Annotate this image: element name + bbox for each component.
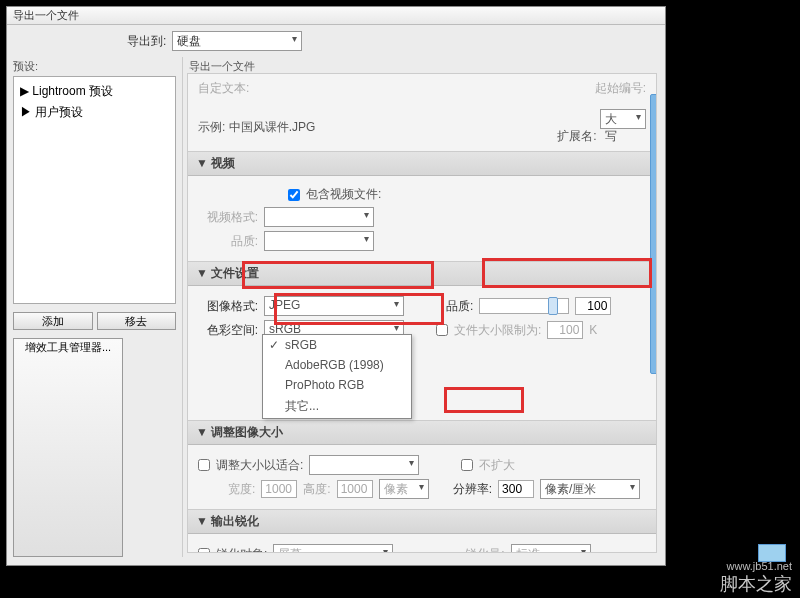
video-format-label: 视频格式: <box>198 209 258 226</box>
example-text: 示例: 中国风课件.JPG <box>198 119 315 136</box>
no-enlarge-checkbox[interactable] <box>461 459 473 471</box>
watermark-text: 脚本之家 <box>720 574 792 594</box>
width-input <box>261 480 297 498</box>
dropdown-option[interactable]: sRGB <box>263 335 411 355</box>
dropdown-option[interactable]: ProPhoto RGB <box>263 375 411 395</box>
quality-label: 品质: <box>446 298 473 315</box>
section-video-body: 包含视频文件: 视频格式: 品质: <box>188 176 656 261</box>
limit-size-checkbox[interactable] <box>436 324 448 336</box>
resolution-label: 分辨率: <box>453 481 492 498</box>
section-file-settings-head[interactable]: ▼ 文件设置 <box>188 261 656 286</box>
preset-item[interactable]: ▶ Lightroom 预设 <box>16 81 173 102</box>
video-format-select <box>264 207 374 227</box>
resize-label: 调整大小以适合: <box>216 457 303 474</box>
ext-case: 扩展名: 大写 <box>557 109 646 145</box>
video-quality-select <box>264 231 374 251</box>
limit-size-label: 文件大小限制为: <box>454 322 541 339</box>
resolution-unit-select[interactable]: 像素/厘米 <box>540 479 640 499</box>
section-image-sizing-body: 调整大小以适合: 不扩大 宽度: 高度: 像素 分辨率: <box>188 445 656 509</box>
quality-slider[interactable] <box>479 298 569 314</box>
sharpen-checkbox[interactable] <box>198 548 210 553</box>
color-space-dropdown[interactable]: sRGB AdobeRGB (1998) ProPhoto RGB 其它... <box>262 334 412 419</box>
export-dialog: 导出一个文件 导出到: 硬盘 预设: ▶ Lightroom 预设 ▶ 用户预设… <box>6 6 666 566</box>
no-enlarge-label: 不扩大 <box>479 457 515 474</box>
plugin-manager-button[interactable]: 增效工具管理器... <box>13 338 123 558</box>
sharpen-for-select: 屏幕 <box>273 544 393 553</box>
image-format-label: 图像格式: <box>198 298 258 315</box>
naming-row: 自定文本: 起始编号: <box>188 74 656 103</box>
sharpen-amount-select: 标准 <box>511 544 591 553</box>
height-label: 高度: <box>303 481 330 498</box>
start-number-label: 起始编号: <box>595 80 646 97</box>
preset-list[interactable]: ▶ Lightroom 预设 ▶ 用户预设 <box>13 76 176 304</box>
watermark: www.jb51.net 脚本之家 <box>720 560 792 596</box>
quality-input[interactable] <box>575 297 611 315</box>
image-format-select[interactable]: JPEG <box>264 296 404 316</box>
scrollbar[interactable] <box>650 94 657 374</box>
section-sharpening-body: 锐化对象: 屏幕 锐化量: 标准 <box>188 534 656 553</box>
width-label: 宽度: <box>228 481 255 498</box>
limit-size-unit: K <box>589 323 597 337</box>
settings-scrollpane[interactable]: 自定文本: 起始编号: 示例: 中国风课件.JPG 扩展名: 大写 ▼ 视频 包… <box>187 73 657 553</box>
height-input <box>337 480 373 498</box>
resize-checkbox[interactable] <box>198 459 210 471</box>
presets-label: 预设: <box>7 57 182 76</box>
dropdown-option[interactable]: AdobeRGB (1998) <box>263 355 411 375</box>
slider-thumb[interactable] <box>548 297 558 315</box>
window-title: 导出一个文件 <box>13 9 79 21</box>
size-unit-select: 像素 <box>379 479 429 499</box>
section-image-sizing-head[interactable]: ▼ 调整图像大小 <box>188 420 656 445</box>
sharpen-amount-label: 锐化量: <box>465 546 504 554</box>
section-file-settings-body: 图像格式: JPEG 品质: 色彩空间: sRGB 文件大小限制为: <box>188 286 656 420</box>
right-column: 导出一个文件 自定文本: 起始编号: 示例: 中国风课件.JPG 扩展名: 大写… <box>183 57 665 557</box>
export-to-row: 导出到: 硬盘 <box>7 25 665 57</box>
example-row: 示例: 中国风课件.JPG 扩展名: 大写 <box>188 103 656 151</box>
section-video-head[interactable]: ▼ 视频 <box>188 151 656 176</box>
preset-buttons: 添加 移去 <box>7 308 182 334</box>
left-column: 预设: ▶ Lightroom 预设 ▶ 用户预设 添加 移去 增效工具管理器.… <box>7 57 183 557</box>
add-button[interactable]: 添加 <box>13 312 93 330</box>
custom-text-label: 自定文本: <box>198 80 249 97</box>
window-titlebar: 导出一个文件 <box>7 7 665 25</box>
color-space-label: 色彩空间: <box>198 322 258 339</box>
section-sharpening-head[interactable]: ▼ 输出锐化 <box>188 509 656 534</box>
sharpen-for-label: 锐化对象: <box>216 546 267 554</box>
export-to-select[interactable]: 硬盘 <box>172 31 302 51</box>
include-video-checkbox[interactable] <box>288 189 300 201</box>
dropdown-option[interactable]: 其它... <box>263 395 411 418</box>
watermark-url: www.jb51.net <box>720 560 792 572</box>
resize-type-select <box>309 455 419 475</box>
resolution-input[interactable] <box>498 480 534 498</box>
video-quality-label: 品质: <box>198 233 258 250</box>
ext-case-select[interactable]: 大写 <box>600 109 646 129</box>
limit-size-input <box>547 321 583 339</box>
include-video-label: 包含视频文件: <box>306 186 381 203</box>
remove-button[interactable]: 移去 <box>97 312 177 330</box>
preset-item[interactable]: ▶ 用户预设 <box>16 102 173 123</box>
dialog-body: 预设: ▶ Lightroom 预设 ▶ 用户预设 添加 移去 增效工具管理器.… <box>7 57 665 557</box>
export-to-label: 导出到: <box>127 33 166 50</box>
